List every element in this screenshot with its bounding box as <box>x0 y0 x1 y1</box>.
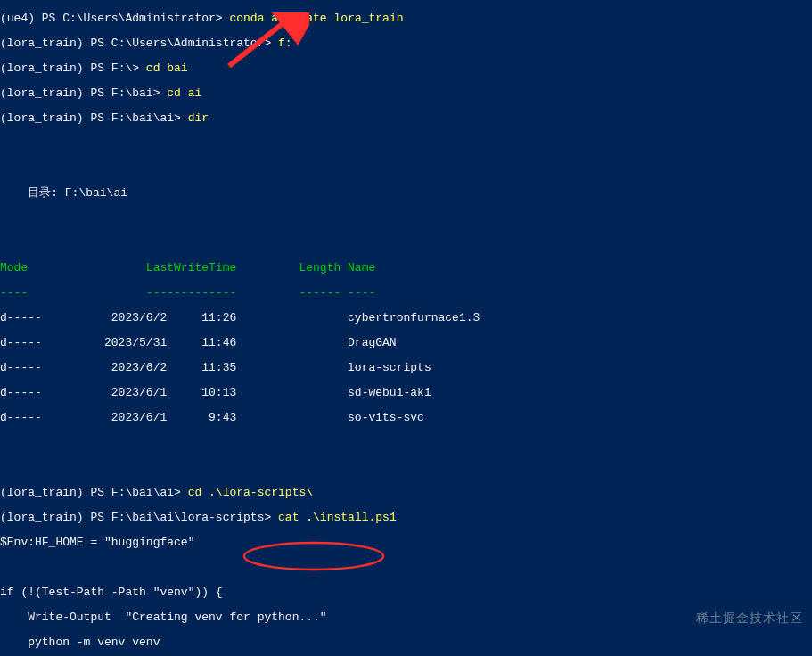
cmd-line-3: (lora_train) PS F:\> cd bai <box>0 62 812 75</box>
table-header-row: Mode LastWriteTime Length Name <box>0 262 812 275</box>
command-text: cd bai <box>146 62 188 75</box>
cmd-line-6: (lora_train) PS F:\bai\ai> cd .\lora-scr… <box>0 487 812 499</box>
script-line: python -m venv venv <box>0 636 812 649</box>
cmd-line-4: (lora_train) PS F:\bai> cd ai <box>0 87 812 100</box>
prompt-path: PS C:\Users\Administrator> <box>42 12 230 25</box>
prompt-path: PS F:\bai\ai\lora-scripts> <box>90 511 278 524</box>
table-row: d----- 2023/5/31 11:46 DragGAN <box>0 337 812 349</box>
env-prefix: (lora_train) <box>0 111 90 125</box>
env-prefix: (lora_train) <box>0 86 90 100</box>
env-prefix: (ue4) <box>0 12 42 25</box>
cmd-line-5: (lora_train) PS F:\bai\ai> dir <box>0 112 812 125</box>
script-line: if (!(Test-Path -Path "venv")) { <box>0 586 812 599</box>
table-row: d----- 2023/6/1 9:43 so-vits-svc <box>0 412 812 424</box>
env-prefix: (lora_train) <box>0 511 90 524</box>
command-text: dir <box>188 111 209 125</box>
cmd-line-2: (lora_train) PS C:\Users\Administrator> … <box>0 37 812 50</box>
command-text: cd ai <box>167 86 201 100</box>
script-line: $Env:HF_HOME = "huggingface" <box>0 537 812 549</box>
dir-header: 目录: F:\bai\ai <box>0 187 812 200</box>
powershell-terminal[interactable]: (ue4) PS C:\Users\Administrator> conda a… <box>0 0 812 656</box>
prompt-path: PS F:\bai> <box>90 86 167 100</box>
prompt-path: PS F:\> <box>90 62 145 75</box>
cmd-line-7: (lora_train) PS F:\bai\ai\lora-scripts> … <box>0 512 812 524</box>
env-prefix: (lora_train) <box>0 37 90 50</box>
command-text: conda activate lora_train <box>229 12 403 25</box>
prompt-path: PS C:\Users\Administrator> <box>90 37 278 50</box>
env-prefix: (lora_train) <box>0 62 90 75</box>
table-row: d----- 2023/6/2 11:26 cybertronfurnace1.… <box>0 312 812 324</box>
watermark-text: 稀土掘金技术社区 <box>696 611 803 624</box>
prompt-path: PS F:\bai\ai> <box>90 111 187 125</box>
table-row: d----- 2023/6/1 10:13 sd-webui-aki <box>0 387 812 399</box>
command-text: cd .\lora-scripts\ <box>188 486 313 499</box>
table-separator-row: ---- ------------- ------ ---- <box>0 287 812 299</box>
command-text: cat .\install.ps1 <box>278 511 397 524</box>
env-prefix: (lora_train) <box>0 486 90 499</box>
script-line: Write-Output "Creating venv for python..… <box>0 611 812 624</box>
command-text: f: <box>278 37 292 50</box>
prompt-path: PS F:\bai\ai> <box>90 486 187 499</box>
table-row: d----- 2023/6/2 11:35 lora-scripts <box>0 362 812 374</box>
cmd-line-1: (ue4) PS C:\Users\Administrator> conda a… <box>0 12 812 25</box>
